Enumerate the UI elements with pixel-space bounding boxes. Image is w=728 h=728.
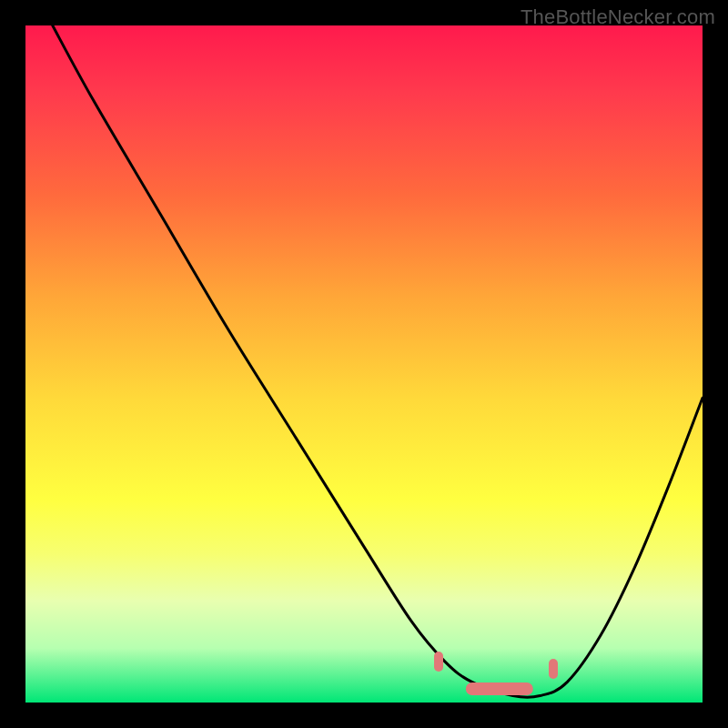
marker-left	[434, 652, 443, 672]
chart-container: TheBottleNecker.com	[0, 0, 728, 728]
plot-area	[25, 25, 703, 703]
marker-right	[549, 659, 558, 679]
marker-bottom-blob	[466, 682, 533, 695]
bottleneck-curve	[25, 25, 703, 703]
